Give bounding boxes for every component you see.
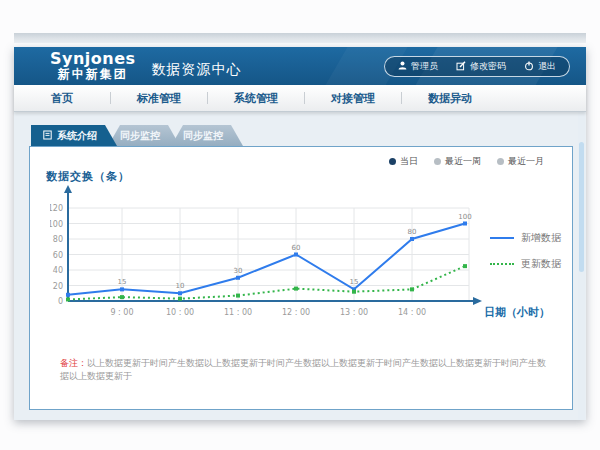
range-option-label: 最近一月 bbox=[508, 155, 544, 168]
svg-text:20: 20 bbox=[53, 282, 63, 291]
chart-panel: 当日最近一周最近一月 数据交换（条） 0204060801001209 : 00… bbox=[29, 146, 573, 410]
svg-text:15: 15 bbox=[350, 278, 359, 286]
nav-item-home[interactable]: 首页 bbox=[14, 91, 110, 106]
range-option-today[interactable]: 当日 bbox=[389, 155, 418, 168]
svg-text:14 : 00: 14 : 00 bbox=[398, 308, 426, 317]
tab-bar: 系统介绍同步监控同步监控 bbox=[31, 125, 243, 146]
svg-text:120: 120 bbox=[50, 204, 63, 213]
nav-item-data-change[interactable]: 数据异动 bbox=[402, 91, 498, 106]
line-chart: 0204060801001209 : 0010 : 0011 : 0012 : … bbox=[50, 185, 550, 325]
radio-dot-icon bbox=[434, 158, 441, 165]
company-logo: Synjones 新中新集团 bbox=[50, 50, 136, 82]
tab-system-intro[interactable]: 系统介绍 bbox=[31, 125, 117, 146]
svg-text:60: 60 bbox=[53, 251, 63, 260]
user-icon bbox=[398, 61, 407, 72]
svg-text:80: 80 bbox=[53, 235, 63, 244]
document-icon bbox=[43, 130, 52, 142]
user-toolbar: 管理员修改密码退出 bbox=[384, 56, 570, 77]
svg-text:13 : 00: 13 : 00 bbox=[340, 308, 368, 317]
range-option-last-week[interactable]: 最近一周 bbox=[434, 155, 481, 168]
svg-text:60: 60 bbox=[292, 244, 301, 252]
svg-text:30: 30 bbox=[234, 267, 243, 275]
svg-text:11 : 00: 11 : 00 bbox=[224, 308, 252, 317]
user-item-label: 修改密码 bbox=[470, 60, 506, 73]
svg-text:15: 15 bbox=[118, 278, 127, 286]
radio-dot-icon bbox=[497, 158, 504, 165]
tab-sync-monitor-1[interactable]: 同步监控 bbox=[108, 125, 180, 146]
power-icon bbox=[524, 61, 534, 73]
tab-sync-monitor-2[interactable]: 同步监控 bbox=[171, 125, 243, 146]
time-range-group: 当日最近一周最近一月 bbox=[389, 155, 544, 168]
svg-text:12 : 00: 12 : 00 bbox=[282, 308, 310, 317]
change-password-button[interactable]: 修改密码 bbox=[447, 60, 515, 73]
radio-dot-icon bbox=[389, 158, 396, 165]
logo-brand-text: Synjones bbox=[50, 50, 136, 68]
tab-label: 系统介绍 bbox=[57, 129, 97, 143]
svg-text:40: 40 bbox=[53, 266, 63, 275]
nav-item-system-mgmt[interactable]: 系统管理 bbox=[208, 91, 304, 106]
admin-user-button[interactable]: 管理员 bbox=[389, 60, 447, 73]
svg-text:10: 10 bbox=[176, 282, 185, 290]
svg-text:0: 0 bbox=[58, 297, 63, 306]
svg-text:日期（小时）: 日期（小时） bbox=[484, 306, 550, 319]
legend-line-swatch bbox=[490, 237, 514, 239]
main-nav: 首页标准管理系统管理对接管理数据异动 bbox=[14, 85, 586, 112]
tab-label: 同步监控 bbox=[183, 129, 223, 143]
nav-item-standard-mgmt[interactable]: 标准管理 bbox=[111, 91, 207, 106]
footnote-label: 备注： bbox=[60, 358, 87, 368]
svg-text:10 : 00: 10 : 00 bbox=[166, 308, 194, 317]
chart-y-axis-title: 数据交换（条） bbox=[46, 169, 130, 184]
legend-label: 新增数据 bbox=[521, 231, 561, 245]
svg-text:100: 100 bbox=[50, 220, 63, 229]
legend-line-swatch bbox=[490, 263, 514, 265]
vertical-scrollbar[interactable] bbox=[578, 112, 585, 420]
legend-item-new-data[interactable]: 新增数据 bbox=[490, 231, 561, 245]
logo-company-name: 新中新集团 bbox=[50, 68, 136, 82]
edit-icon bbox=[456, 61, 466, 73]
svg-text:80: 80 bbox=[408, 228, 417, 236]
svg-text:100: 100 bbox=[458, 213, 471, 221]
app-header: Synjones 新中新集团 数据资源中心 管理员修改密码退出 bbox=[14, 47, 586, 85]
user-item-label: 退出 bbox=[538, 60, 556, 73]
series-legend: 新增数据更新数据 bbox=[490, 231, 561, 271]
window-top-strip bbox=[14, 33, 586, 43]
legend-item-update-data[interactable]: 更新数据 bbox=[490, 257, 561, 271]
app-window: Synjones 新中新集团 数据资源中心 管理员修改密码退出 首页标准管理系统… bbox=[14, 47, 586, 420]
scrollbar-thumb[interactable] bbox=[579, 142, 584, 272]
footnote: 备注：以上数据更新于时间产生数据以上数据更新于时间产生数据以上数据更新于时间产生… bbox=[60, 357, 546, 382]
logout-button[interactable]: 退出 bbox=[515, 60, 565, 73]
page-title: 数据资源中心 bbox=[152, 61, 242, 79]
nav-item-integration-mgmt[interactable]: 对接管理 bbox=[305, 91, 401, 106]
user-item-label: 管理员 bbox=[411, 60, 438, 73]
content-area: 系统介绍同步监控同步监控 当日最近一周最近一月 数据交换（条） 02040608… bbox=[14, 112, 586, 420]
range-option-label: 当日 bbox=[400, 155, 418, 168]
svg-text:9 : 00: 9 : 00 bbox=[110, 308, 133, 317]
range-option-last-month[interactable]: 最近一月 bbox=[497, 155, 544, 168]
tab-label: 同步监控 bbox=[120, 129, 160, 143]
footnote-text: 以上数据更新于时间产生数据以上数据更新于时间产生数据以上数据更新于时间产生数据以… bbox=[60, 358, 546, 381]
range-option-label: 最近一周 bbox=[445, 155, 481, 168]
legend-label: 更新数据 bbox=[521, 257, 561, 271]
